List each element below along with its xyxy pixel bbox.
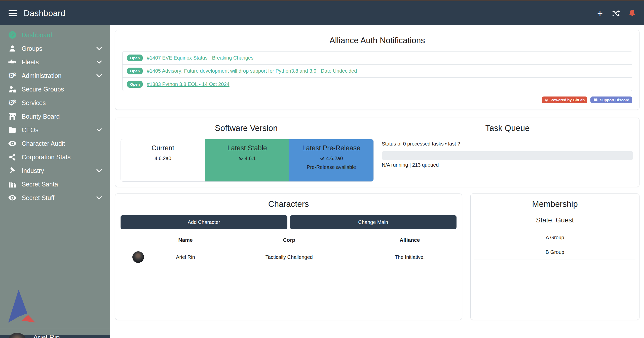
- notification-link[interactable]: #1407 EVE Equinox Status - Breaking Chan…: [147, 55, 253, 61]
- version-value: 4.6.1: [245, 156, 256, 161]
- notification-link[interactable]: #1405 Advisory: Future development will …: [147, 68, 357, 74]
- column-header-portrait: [121, 232, 156, 247]
- gauge-icon: [7, 31, 18, 39]
- chevron-down-icon: [96, 46, 102, 51]
- character-corp: Tactically Challenged: [215, 247, 363, 267]
- character-portrait: [132, 251, 144, 263]
- task-queue-title: Task Queue: [382, 123, 633, 133]
- sidebar-item-label: Character Audit: [22, 140, 65, 147]
- gifts-icon: [7, 180, 18, 188]
- characters-panel: Characters Add Character Change Main Nam…: [115, 194, 462, 320]
- version-value: 4.6.2a0: [326, 156, 343, 161]
- version-box-latest-stable: Latest Stable 4.6.1: [205, 139, 289, 181]
- version-box-heading: Latest Stable: [205, 144, 289, 152]
- software-version-panel: Software Version Current 4.6.2a0 Latest …: [115, 118, 639, 187]
- store-icon: [7, 113, 18, 120]
- eye-icon: [7, 195, 18, 201]
- bell-icon[interactable]: [628, 9, 636, 18]
- sidebar-item-label: Secret Stuff: [22, 194, 54, 202]
- notification-item: Open #1383 Python 3.8 EOL - 14 Oct 2024: [123, 78, 632, 91]
- software-version-title: Software Version: [115, 123, 377, 133]
- shuttle-icon: [7, 59, 18, 66]
- page-title: Dashboard: [24, 9, 65, 18]
- gitlab-icon: [320, 156, 325, 161]
- version-value: 4.6.2a0: [155, 156, 171, 161]
- task-queue-status: Status of 0 processed tasks • last ?: [382, 141, 633, 147]
- version-box-current: Current 4.6.2a0: [121, 139, 205, 181]
- status-badge: Open: [127, 68, 143, 74]
- version-box-heading: Current: [121, 144, 205, 152]
- prerelease-note: Pre-Release available: [289, 164, 373, 170]
- sidebar-item-label: Secret Santa: [22, 181, 58, 188]
- characters-title: Characters: [121, 199, 457, 209]
- hammer-icon: [7, 167, 18, 174]
- sidebar-item-label: Bounty Board: [22, 113, 60, 120]
- chevron-down-icon: [96, 168, 102, 173]
- user-avatar: [8, 333, 27, 338]
- chevron-down-icon: [96, 73, 102, 78]
- top-navbar: Dashboard +: [0, 1, 644, 25]
- sidebar-item-label: Fleets: [22, 59, 39, 66]
- support-discord-badge[interactable]: Support Discord: [590, 96, 632, 103]
- version-boxes: Current 4.6.2a0 Latest Stable 4.6.1 Late…: [121, 139, 374, 182]
- status-badge: Open: [127, 81, 143, 88]
- sidebar-item-label: Dashboard: [22, 31, 52, 39]
- sidebar-item-administration[interactable]: ⚙⚙ Administration: [0, 69, 110, 82]
- user-panel: Ariel Rin Tactically Challenged The Init…: [0, 328, 110, 338]
- sidebar-item-label: Corporation Stats: [22, 154, 71, 161]
- column-header-name: Name: [156, 232, 215, 247]
- character-alliance: The Initiative.: [363, 247, 457, 267]
- gitlab-icon: [545, 98, 549, 102]
- gears-icon: ⚙⚙: [7, 99, 18, 107]
- sidebar-item-secret-stuff[interactable]: Secret Stuff: [0, 191, 110, 205]
- discord-icon: [593, 98, 598, 102]
- sidebar-item-label: Secure Groups: [22, 86, 64, 93]
- menu-toggle-icon[interactable]: [9, 9, 17, 18]
- sidebar-item-industry[interactable]: Industry: [0, 164, 110, 177]
- sidebar-item-character-audit[interactable]: Character Audit: [0, 137, 110, 150]
- gitlab-icon: [238, 156, 243, 161]
- share-nodes-icon: [7, 153, 18, 161]
- sidebar-item-groups[interactable]: Groups: [0, 42, 110, 55]
- sidebar-item-secure-groups[interactable]: Secure Groups: [0, 82, 110, 96]
- sidebar-item-services[interactable]: ⚙⚙ Services: [0, 96, 110, 110]
- notifications-list: Open #1407 EVE Equinox Status - Breaking…: [122, 51, 632, 91]
- sidebar-item-secret-santa[interactable]: Secret Santa: [0, 177, 110, 191]
- sidebar-item-fleets[interactable]: Fleets: [0, 55, 110, 69]
- sidebar-item-label: CEOs: [22, 126, 39, 134]
- membership-groups-list: A Group B Group: [474, 231, 635, 260]
- sidebar-item-label: Administration: [22, 72, 61, 79]
- chevron-down-icon: [96, 60, 102, 64]
- user-lock-icon: [7, 85, 18, 93]
- notifications-title: Alliance Auth Notifications: [122, 36, 632, 45]
- plus-icon[interactable]: +: [596, 9, 604, 18]
- user-icon: [7, 45, 18, 52]
- character-name: Ariel Rin: [156, 247, 215, 267]
- notification-item: Open #1407 EVE Equinox Status - Breaking…: [123, 52, 632, 65]
- powered-by-gitlab-badge[interactable]: Powered by GitLab: [542, 96, 588, 103]
- shuffle-icon[interactable]: [612, 9, 620, 18]
- sidebar-item-corporation-stats[interactable]: Corporation Stats: [0, 150, 110, 164]
- characters-table: Name Corp Alliance Ariel Rin Tactically …: [121, 232, 457, 267]
- eye-icon: [7, 140, 18, 147]
- version-box-latest-prerelease: Latest Pre-Release 4.6.2a0 Pre-Release a…: [289, 139, 373, 181]
- alliance-auth-logo: [0, 288, 110, 324]
- gears-icon: ⚙⚙: [7, 72, 18, 79]
- sidebar-item-dashboard[interactable]: Dashboard: [0, 28, 110, 42]
- add-character-button[interactable]: Add Character: [121, 215, 287, 229]
- sidebar-item-bounty-board[interactable]: Bounty Board: [0, 110, 110, 123]
- sidebar-item-ceos[interactable]: CEOs: [0, 123, 110, 137]
- chevron-down-icon: [96, 128, 102, 132]
- notification-item: Open #1405 Advisory: Future development …: [123, 65, 632, 78]
- membership-state: State: Guest: [474, 216, 635, 224]
- badge-label: Support Discord: [600, 98, 629, 102]
- list-item: B Group: [474, 245, 635, 260]
- table-row: Ariel Rin Tactically Challenged The Init…: [121, 247, 457, 267]
- task-queue-summary: N/A running | 213 queued: [382, 162, 633, 168]
- main-content: Alliance Auth Notifications Open #1407 E…: [110, 25, 644, 338]
- chevron-down-icon: [96, 196, 102, 200]
- task-progress-bar: [382, 151, 633, 160]
- folder-icon: [7, 127, 18, 133]
- notification-link[interactable]: #1383 Python 3.8 EOL - 14 Oct 2024: [147, 81, 229, 87]
- change-main-button[interactable]: Change Main: [290, 215, 457, 229]
